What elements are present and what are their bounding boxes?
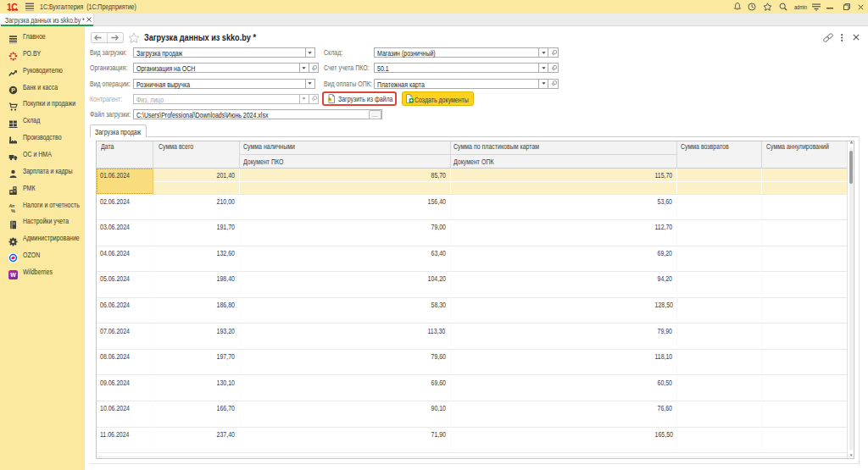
svg-text:%: % bbox=[11, 207, 15, 213]
svg-text:P: P bbox=[11, 87, 15, 93]
svg-text:W: W bbox=[10, 272, 16, 278]
